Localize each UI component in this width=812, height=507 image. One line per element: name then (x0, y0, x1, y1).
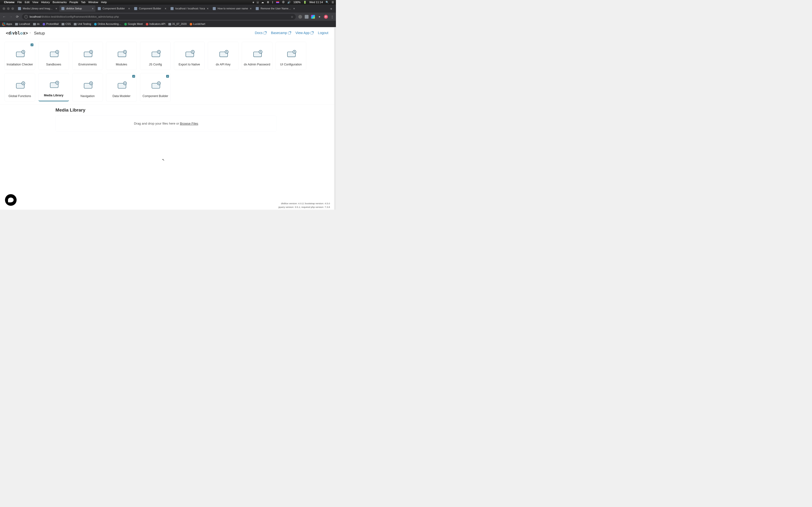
sys-icon[interactable]: ⎈ (253, 1, 254, 4)
browse-files-link[interactable]: Browse Files (180, 122, 198, 125)
card-label: Data Modeler (112, 95, 131, 98)
link-docs[interactable]: Docs (255, 31, 266, 35)
bookmark-item[interactable]: CSS (62, 22, 71, 25)
card-environments[interactable]: Environments (72, 42, 103, 70)
tab-close-icon[interactable]: × (207, 7, 209, 10)
spotlight-icon[interactable]: 🔍 (325, 1, 329, 4)
card-export-to-native[interactable]: Export to Native (174, 42, 205, 70)
folder-icon (62, 23, 64, 25)
extension-icon[interactable] (305, 15, 309, 19)
bookmark-item[interactable]: 31_07_2020 (168, 22, 187, 25)
card-modules[interactable]: Modules (106, 42, 137, 70)
sys-icon[interactable]: ☁ (261, 1, 264, 4)
tab-close-icon[interactable]: × (250, 7, 252, 10)
browser-tab[interactable]: Remove the User Name fro× (254, 5, 297, 12)
dropzone-text: Drag and drop your files here or (134, 122, 179, 125)
url-host: localhost (30, 15, 41, 18)
menu-bookmarks[interactable]: Bookmarks (53, 1, 67, 4)
bluetooth-icon[interactable]: ᛒ (272, 1, 273, 4)
sys-icon[interactable]: ⌸ (257, 1, 259, 4)
open-external-icon[interactable] (132, 75, 135, 78)
bookmark-item[interactable]: Online Accounting… (94, 22, 121, 25)
card-dx-admin-password[interactable]: dx Admin Password (242, 42, 272, 70)
maximize-window-icon[interactable] (11, 7, 14, 10)
card-global-functions[interactable]: Global Functions (5, 73, 35, 101)
bookmark-item[interactable]: Google Meet (124, 22, 143, 25)
close-window-icon[interactable] (3, 7, 5, 10)
menu-view[interactable]: View (33, 1, 39, 4)
chat-fab-button[interactable] (5, 194, 17, 206)
address-bar[interactable]: i localhost/divblox-test/divblox/config/… (22, 14, 296, 20)
browser-tab[interactable]: Component Builder× (96, 5, 132, 12)
clock[interactable]: Wed 11:14 (309, 1, 323, 4)
browser-tabstrip: Media Library and Image V×divblox Setup×… (0, 5, 336, 12)
sys-icon[interactable]: ⚙ (267, 1, 269, 4)
battery-icon[interactable]: 🔋 (303, 1, 306, 4)
bookmark-item[interactable]: Unit Testing (74, 22, 91, 25)
new-tab-button[interactable]: ＋ (327, 6, 335, 11)
bookmark-apps[interactable]: Apps (2, 22, 12, 25)
extension-icon[interactable] (298, 15, 302, 19)
card-js-config[interactable]: JS Config (140, 42, 171, 70)
profile-avatar[interactable]: D (324, 15, 328, 19)
brand[interactable]: <divblox> ™ Setup (6, 31, 45, 36)
bookmark-item[interactable]: dx (33, 22, 40, 25)
menu-people[interactable]: People (69, 1, 78, 4)
browser-tab[interactable]: How to remove user name× (211, 5, 253, 12)
tab-close-icon[interactable]: × (128, 7, 130, 10)
menu-edit[interactable]: Edit (24, 1, 30, 4)
card-component-builder[interactable]: Component Builder (140, 73, 171, 101)
reload-button[interactable]: ⟳ (15, 15, 19, 19)
link-basecamp[interactable]: Basecamp (271, 31, 291, 35)
tab-close-icon[interactable]: × (92, 7, 94, 10)
bookmark-item[interactable]: Indicators API (146, 22, 165, 25)
wifi-icon[interactable]: ⦿ (282, 1, 285, 4)
tab-close-icon[interactable]: × (293, 7, 295, 10)
volume-icon[interactable]: 🔊 (287, 1, 291, 4)
battery-percent: 100% (293, 1, 301, 4)
menu-tab[interactable]: Tab (81, 1, 86, 4)
input-source-flag-icon[interactable] (276, 1, 279, 3)
browser-menu-icon[interactable]: ⋮ (331, 15, 334, 19)
bookmark-star-icon[interactable]: ☆ (291, 15, 293, 18)
card-installation-checker[interactable]: Installation Checker (5, 42, 35, 70)
minimize-window-icon[interactable] (7, 7, 10, 10)
tab-close-icon[interactable]: × (55, 7, 57, 10)
file-dropzone[interactable]: Drag and drop your files here or Browse … (56, 116, 277, 131)
extensions-menu-icon[interactable]: ✦ (317, 15, 321, 19)
site-icon (146, 23, 148, 25)
back-button[interactable]: ← (2, 15, 6, 18)
bookmark-item[interactable]: Localhost (15, 22, 30, 25)
control-center-icon[interactable]: ☰ (332, 1, 334, 4)
menu-file[interactable]: File (17, 1, 22, 4)
menu-help[interactable]: Help (101, 1, 107, 4)
card-sandboxes[interactable]: Sandboxes (39, 42, 69, 70)
link-view-app[interactable]: View App (295, 31, 313, 35)
link-logout[interactable]: Logout (318, 31, 328, 35)
forward-button[interactable]: → (9, 15, 13, 18)
site-info-icon[interactable]: i (24, 15, 28, 18)
browser-tab[interactable]: Media Library and Image V× (16, 5, 59, 12)
browser-tab[interactable]: localhost / localhost / loca× (168, 5, 210, 12)
bookmark-item[interactable]: Lucidchart (190, 22, 205, 25)
card-navigation[interactable]: Navigation (72, 73, 103, 101)
bookmark-label: Online Accounting… (98, 22, 121, 25)
bookmark-label: Indicators API (149, 22, 165, 25)
brand-logo: <divblox> (6, 31, 28, 36)
card-data-modeler[interactable]: Data Modeler (106, 73, 137, 101)
menu-history[interactable]: History (41, 1, 50, 4)
card-media-library[interactable]: Media Library (39, 73, 69, 101)
menu-window[interactable]: Window (88, 1, 98, 4)
menubar-app-name[interactable]: Chrome (4, 1, 15, 4)
extension-icon[interactable] (311, 15, 315, 19)
browser-tab[interactable]: Component Builder× (132, 5, 168, 12)
site-icon (190, 23, 192, 25)
bookmark-item[interactable]: ProtonMail (43, 22, 58, 25)
card-ui-configuration[interactable]: UI Configuration (276, 42, 306, 70)
browser-tab[interactable]: divblox Setup× (59, 5, 95, 12)
open-external-icon[interactable] (166, 75, 169, 78)
window-controls[interactable] (1, 7, 16, 10)
card-dx-api-key[interactable]: dx API Key (208, 42, 239, 70)
open-external-icon[interactable] (31, 44, 34, 46)
tab-close-icon[interactable]: × (164, 7, 166, 10)
